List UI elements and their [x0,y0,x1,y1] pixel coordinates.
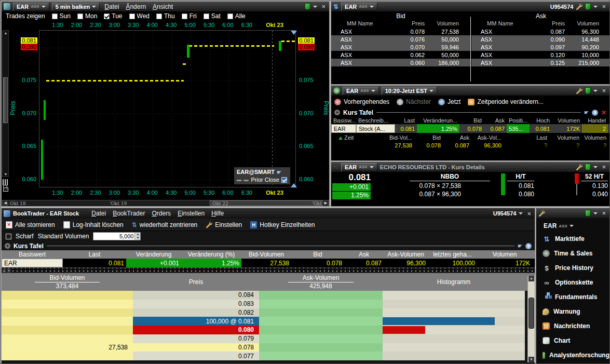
table-row[interactable]: ASX0.07650,000 [331,35,470,43]
shield-icon[interactable] [585,164,591,170]
scroll-down-icon[interactable]: ▼ [528,357,534,362]
settings-button[interactable]: Einstellen [206,221,242,228]
quote-row[interactable]: EAR Stock (A... 0.081 1.25% 0.078 0.087 … [331,124,609,133]
wrench-icon[interactable] [576,164,582,170]
cursor-hand-icon[interactable]: ☛ [518,243,522,249]
sidebar-item-analystenforschung[interactable]: Analystenforschung [536,348,609,362]
checkbox-icon[interactable] [204,14,209,19]
tick-row[interactable]: 27,538 0.078 0.087 96,300 ? ? ? [331,141,609,149]
next-button[interactable]: Nächster [397,98,431,105]
day-checkbox-alle[interactable]: Alle [227,12,246,20]
ladder-row[interactable]: 0.083 [2,300,535,308]
checkbox-icon[interactable] [227,14,233,19]
wrench-icon[interactable] [576,3,582,10]
sidebar-symbol-selector[interactable]: EAR ASX [536,218,609,232]
quote-row[interactable]: EAR 0.081 +0.001 1.25% 27,538 0.078 0.08… [2,259,535,267]
ladder-row[interactable]: 0.077 [2,352,535,360]
table-row[interactable]: ASX0.07059,946 [331,43,470,51]
close-icon[interactable]: × [600,3,607,10]
ladder-scrollbar[interactable]: ▲ ▼ [527,276,535,362]
chart-symbol-selector[interactable]: EAR ASX [13,3,49,11]
close-icon[interactable]: × [525,210,533,218]
collapse-up-icon[interactable]: ▲ [2,268,6,273]
scale-handle-bottom-icon[interactable] [291,183,297,187]
table-row[interactable]: ASX0.12010,000 [471,51,610,59]
depth-symbol-selector[interactable]: EAR ASX [341,3,377,11]
scroll-up-icon[interactable]: ▲ [528,276,534,281]
price-column-header[interactable]: Preis [133,273,259,291]
close-icon[interactable]: × [320,3,327,10]
scrollbar-thumb[interactable] [528,298,534,329]
checkbox-icon[interactable] [156,14,162,19]
change-period-button[interactable]: Zeitperiode verändern... [468,98,543,105]
chart-vertical-scrollbar[interactable]: ▲ ▼ [2,30,9,177]
sidebar-item-time-sales[interactable]: Time & Sales [536,246,609,261]
prior-close-checkbox[interactable] [281,177,287,183]
sidebar-item-fundamentals[interactable]: Fundamentals [536,290,609,304]
sidebar-item-chart[interactable]: Chart [536,333,609,348]
unlock-icon[interactable] [3,187,8,192]
details-symbol-selector[interactable]: EAR ASX [341,163,377,171]
ladder-row[interactable]: 0.082 [2,308,535,317]
sort-asc-icon[interactable] [338,137,343,140]
time-range-selector[interactable]: 10:20-Jetzt EST [382,87,437,95]
scale-handle-top-icon[interactable] [291,31,297,35]
day-checkbox-sun[interactable]: Sun [52,12,71,20]
menu-aendern[interactable]: Ändern [124,3,148,10]
scrollbar-thumb[interactable] [3,77,8,123]
ask-volume-column-header[interactable]: Ask-Volumen 425,948 [259,273,383,291]
scroll-left-icon[interactable]: ◀ [3,200,8,206]
menu-datei[interactable]: Datei [89,210,108,217]
collapse-icon[interactable]: ▼ [5,243,10,249]
shield-icon[interactable] [585,210,591,217]
table-row[interactable]: ASX0.09790,200 [471,43,610,51]
menu-ansicht[interactable]: Ansicht [151,3,175,10]
splitter-bar[interactable]: ▲ ▼ [2,267,535,273]
shield-icon[interactable] [305,3,310,10]
day-checkbox-wed[interactable]: Wed [129,12,150,20]
menu-orders[interactable]: Orders [150,210,173,217]
menu-hilfe[interactable]: Hilfe [209,210,226,217]
help-icon[interactable]: ? [592,110,598,116]
recenter-button[interactable]: ⇅wiederholt zentrieren [132,221,197,228]
scroll-up-icon[interactable]: ▲ [3,31,8,35]
wrench-icon[interactable] [576,87,582,94]
day-checkbox-thu[interactable]: Thu [156,12,175,20]
shield-icon[interactable] [585,87,591,94]
ladder-row-order[interactable]: 100,000 @ 0.081 [2,317,535,326]
menu-datei[interactable]: Datei [102,3,121,10]
checkbox-icon[interactable] [182,14,187,19]
collapse-down-icon[interactable]: ▼ [7,268,11,273]
bar-size-selector[interactable]: 5 min balken [52,3,100,11]
histogram-column-header[interactable]: Histogramm [383,273,525,291]
day-checkbox-tue[interactable]: Tue [104,12,122,20]
checkbox-icon[interactable] [52,14,58,19]
menu-booktrader[interactable]: BookTrader [111,210,147,217]
close-icon[interactable]: × [600,209,607,217]
sidebar-item-price-history[interactable]: $Price History [536,261,609,275]
close-icon[interactable]: × [600,163,607,171]
checkbox-icon[interactable] [77,14,83,19]
sidebar-item-warnung[interactable]: Warnung [536,304,609,319]
close-icon[interactable]: ✕ [601,109,606,116]
chart-time-scrollbar[interactable]: ◀ Okt 18 'Okt 19 Okt 22 'Okt ▶ [2,200,329,207]
armed-checkbox[interactable] [6,234,11,239]
ladder-row-last[interactable]: 0.080 [2,326,535,334]
default-size-input[interactable]: 5,000 ▲▼ [93,232,141,240]
close-icon[interactable]: × [600,87,607,95]
shield-icon[interactable] [585,3,591,10]
chevron-down-icon[interactable] [519,212,523,214]
sidebar-item-markttiefe[interactable]: ⇅Markttiefe [536,232,609,246]
table-row[interactable]: ASX0.07827,538 [331,28,470,35]
table-row[interactable]: ASX0.060186,000 [331,59,470,66]
sidebar-item-optionskette[interactable]: ∞Optionskette [536,275,609,290]
checkbox-checked-icon[interactable] [104,14,110,19]
scroll-down-icon[interactable]: ▼ [3,172,8,177]
table-row[interactable]: ASX0.08796,300 [471,28,610,35]
scroll-right-icon[interactable]: ▶ [323,200,329,206]
hotkey-details-button[interactable]: HHotkey Einzelheiten [250,221,315,228]
table-row[interactable]: ASX0.125215,000 [471,59,610,66]
menu-einstellen[interactable]: Einstellen [175,210,207,217]
previous-button[interactable]: Vorhergehendes [334,98,389,105]
cursor-hand-icon[interactable]: ☛ [584,110,589,115]
